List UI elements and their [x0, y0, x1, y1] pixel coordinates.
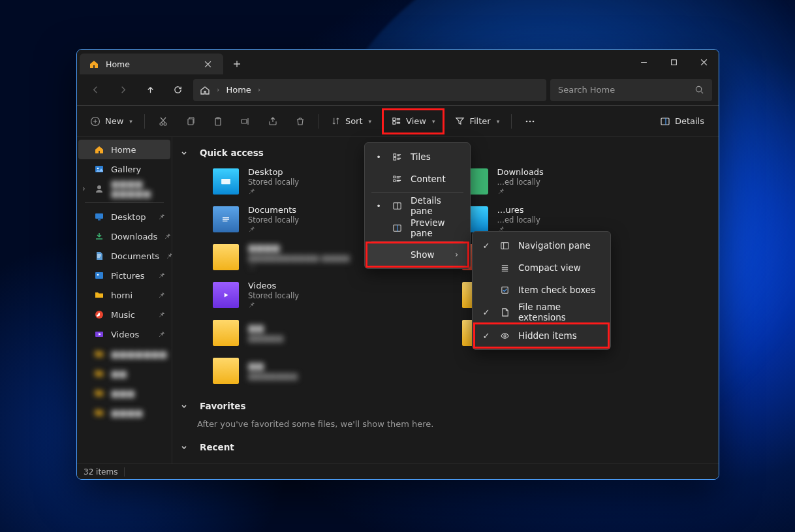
- chevron-right-icon: ›: [258, 86, 260, 94]
- svg-rect-5: [188, 119, 193, 125]
- svg-point-21: [97, 274, 99, 276]
- file-item[interactable]: Downloads…ed locally📌︎: [458, 163, 706, 200]
- extensions-icon: [499, 306, 510, 318]
- svg-rect-25: [393, 153, 396, 156]
- forward-button[interactable]: [111, 78, 134, 102]
- sidebar-item-home[interactable]: Home: [78, 140, 170, 159]
- check-icon: [482, 331, 491, 341]
- copy-button[interactable]: [178, 110, 204, 133]
- sidebar-item-documents[interactable]: Documents📌︎: [78, 246, 170, 266]
- menu-label: Navigation pane: [518, 240, 599, 251]
- home-icon: [89, 59, 99, 69]
- sidebar-item-videos[interactable]: Videos📌︎: [78, 324, 170, 344]
- menu-label: Tiles: [411, 151, 458, 162]
- group-header-recent[interactable]: Recent: [176, 437, 706, 458]
- status-item-count: 32 items: [84, 467, 117, 477]
- checkboxes-icon: [499, 284, 510, 296]
- rename-button[interactable]: [232, 110, 258, 133]
- highlight-box-hidden-items: Hidden items: [473, 322, 610, 349]
- highlight-box-show: Show ›: [366, 242, 469, 268]
- menu-item-details-pane[interactable]: Details pane: [367, 195, 467, 217]
- videos-icon: [94, 329, 104, 339]
- pin-icon: 📌︎: [158, 272, 165, 280]
- sidebar-item--[interactable]: ■■■: [78, 383, 170, 403]
- cut-button[interactable]: [150, 110, 176, 133]
- chevron-right-icon[interactable]: ›: [82, 184, 86, 193]
- svg-rect-14: [661, 118, 669, 125]
- svg-rect-0: [671, 59, 676, 65]
- file-name: ■■: [248, 323, 283, 333]
- sidebar-item-desktop[interactable]: Desktop📌︎: [78, 207, 170, 227]
- menu-item-hidden-items[interactable]: Hidden items: [475, 324, 608, 347]
- sidebar-item--[interactable]: ■■■■■■■: [78, 344, 170, 364]
- menu-item-file-name-extensions[interactable]: File name extensions: [475, 301, 608, 323]
- share-button[interactable]: [260, 110, 286, 133]
- sidebar-item-label: Pictures: [111, 271, 144, 281]
- menu-item-navigation-pane[interactable]: Navigation pane: [475, 234, 608, 257]
- sidebar-item-music[interactable]: Music📌︎: [78, 305, 170, 324]
- pin-icon: 📌︎: [248, 225, 299, 234]
- svg-rect-18: [95, 213, 103, 219]
- window-controls: [629, 50, 719, 74]
- home-icon: [94, 144, 104, 155]
- back-button[interactable]: [84, 78, 107, 102]
- menu-item-compact-view[interactable]: Compact view: [475, 257, 608, 279]
- minimize-button[interactable]: [629, 50, 659, 74]
- file-name: ■■■■: [248, 243, 350, 253]
- maximize-button[interactable]: [659, 50, 689, 74]
- new-button[interactable]: New ▾: [84, 110, 139, 133]
- sidebar-item--[interactable]: ■■: [78, 364, 170, 383]
- breadcrumb-segment[interactable]: Home: [226, 85, 251, 95]
- file-name: Documents: [248, 205, 299, 215]
- svg-point-16: [97, 168, 99, 170]
- group-header-favorites[interactable]: Favorites: [176, 396, 706, 416]
- details-pane-button[interactable]: Details: [652, 110, 712, 133]
- file-location: Stored locally: [248, 291, 299, 300]
- file-location: Stored locally: [248, 178, 299, 187]
- svg-rect-30: [393, 225, 400, 230]
- sidebar-item-downloads[interactable]: Downloads📌︎: [78, 227, 170, 246]
- file-item[interactable]: ■■■■■■■: [209, 315, 457, 351]
- file-item[interactable]: VideosStored locally📌︎: [209, 277, 457, 313]
- sidebar[interactable]: HomeGallery›■■■■ ■■■■■Desktop📌︎Downloads…: [77, 137, 172, 463]
- sidebar-item-gallery[interactable]: Gallery: [78, 159, 170, 179]
- sidebar-item-pictures[interactable]: Pictures📌︎: [78, 266, 170, 285]
- sort-button[interactable]: Sort ▾: [324, 110, 378, 133]
- menu-item-tiles[interactable]: Tiles: [367, 146, 467, 168]
- refresh-button[interactable]: [166, 78, 189, 102]
- new-tab-button[interactable]: [226, 53, 248, 75]
- menu-item-show[interactable]: Show ›: [367, 243, 467, 266]
- file-item[interactable]: ■■■■■■■■■: [209, 352, 457, 389]
- menu-label: Preview pane: [411, 217, 458, 238]
- documents-icon: [94, 251, 104, 261]
- svg-rect-19: [98, 219, 101, 221]
- search-input[interactable]: Search Home: [550, 79, 712, 101]
- file-location: ■■■■■: [248, 334, 283, 343]
- delete-button[interactable]: [287, 110, 313, 133]
- menu-item-item-check-boxes[interactable]: Item check boxes: [475, 279, 608, 301]
- up-button[interactable]: [138, 78, 162, 102]
- radio-dot-icon: [374, 201, 383, 211]
- chevron-down-icon: [180, 443, 192, 451]
- more-button[interactable]: [517, 110, 543, 133]
- sidebar-item--[interactable]: ■■■■: [78, 403, 170, 422]
- tab-home[interactable]: Home: [80, 54, 223, 74]
- sidebar-item-label: Downloads: [111, 232, 157, 242]
- sidebar-item--[interactable]: ›■■■■ ■■■■■: [78, 179, 170, 198]
- pin-icon: 📌︎: [248, 263, 350, 272]
- svg-rect-26: [393, 157, 396, 160]
- paste-button[interactable]: [205, 110, 231, 133]
- radio-dot-icon: [374, 152, 383, 162]
- menu-item-content[interactable]: Content: [367, 168, 467, 190]
- menu-label: Show: [411, 249, 435, 260]
- view-button[interactable]: View ▾: [384, 110, 443, 133]
- sidebar-item-horni[interactable]: horni📌︎: [78, 285, 170, 305]
- address-bar[interactable]: › Home ›: [193, 79, 546, 101]
- file-name: Downloads: [497, 167, 544, 177]
- tab-close-button[interactable]: [198, 55, 217, 73]
- close-button[interactable]: [689, 50, 719, 74]
- menu-item-preview-pane[interactable]: Preview pane: [367, 217, 467, 239]
- svg-rect-27: [393, 176, 395, 178]
- filter-button[interactable]: Filter ▾: [448, 110, 506, 133]
- group-title: Favorites: [200, 401, 246, 411]
